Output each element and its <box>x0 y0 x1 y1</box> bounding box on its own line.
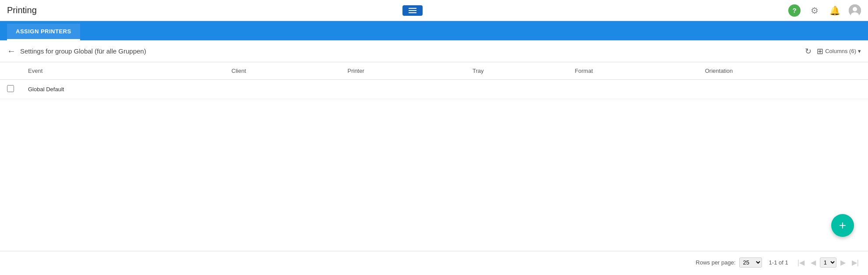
columns-dropdown-icon: ▾ <box>858 48 861 54</box>
back-button[interactable]: ← <box>7 46 16 56</box>
last-page-button[interactable]: ▶| <box>850 257 861 268</box>
menu-line-1 <box>409 8 416 9</box>
sub-header: ← Settings for group Global (für alle Gr… <box>0 40 868 62</box>
header-event: Event <box>21 62 225 80</box>
header-printer: Printer <box>341 62 466 80</box>
header-row: Event Client Printer Tray Format Orienta… <box>0 62 868 80</box>
columns-button[interactable]: ⊞ Columns (6) ▾ <box>817 46 861 56</box>
table-header: Event Client Printer Tray Format Orienta… <box>0 62 868 80</box>
menu-button[interactable] <box>402 5 423 16</box>
sub-header-title: Settings for group Global (für alle Grup… <box>20 47 805 55</box>
row-printer <box>341 80 466 99</box>
table-body: Global Default <box>0 80 868 99</box>
pagination-controls: |◀ ◀ 1 ▶ ▶| <box>795 257 861 268</box>
rows-per-page-label: Rows per page: <box>696 259 736 266</box>
row-checkbox[interactable] <box>7 85 14 92</box>
header-client: Client <box>225 62 341 80</box>
sub-header-actions: ↻ ⊞ Columns (6) ▾ <box>805 46 861 56</box>
page-select[interactable]: 1 <box>820 257 836 268</box>
rows-per-page-container: Rows per page: 25 10 50 100 <box>696 257 762 268</box>
footer-bar: Rows per page: 25 10 50 100 1-1 of 1 |◀ … <box>0 251 868 274</box>
first-page-button[interactable]: |◀ <box>795 257 807 268</box>
menu-line-3 <box>409 12 416 13</box>
refresh-button[interactable]: ↻ <box>805 46 812 56</box>
pagination-info: 1-1 of 1 <box>769 259 788 266</box>
columns-label: Columns (6) <box>825 48 856 54</box>
content-area: ← Settings for group Global (für alle Gr… <box>0 40 868 251</box>
printers-table: Event Client Printer Tray Format Orienta… <box>0 62 868 99</box>
user-avatar[interactable] <box>849 4 861 17</box>
header-tray: Tray <box>466 62 568 80</box>
table-container: Event Client Printer Tray Format Orienta… <box>0 62 868 99</box>
header-checkbox-col <box>0 62 21 80</box>
top-bar: Printing ? ⚙ 🔔 <box>0 0 868 21</box>
table-row: Global Default <box>0 80 868 99</box>
row-format <box>568 80 698 99</box>
app-title: Printing <box>7 5 37 15</box>
columns-grid-icon: ⊞ <box>817 46 823 56</box>
menu-line-2 <box>409 10 416 11</box>
add-fab-button[interactable]: + <box>831 214 854 237</box>
avatar-svg <box>849 4 861 17</box>
header-format: Format <box>568 62 698 80</box>
tab-assign-printers[interactable]: ASSIGN PRINTERS <box>7 24 80 40</box>
row-orientation <box>698 80 868 99</box>
top-bar-icons: ? ⚙ 🔔 <box>788 4 861 17</box>
top-bar-center <box>402 5 423 16</box>
rows-per-page-select[interactable]: 25 10 50 100 <box>739 257 762 268</box>
settings-icon[interactable]: ⚙ <box>808 4 821 17</box>
svg-point-1 <box>853 7 857 11</box>
header-orientation: Orientation <box>698 62 868 80</box>
row-checkbox-cell <box>0 80 21 99</box>
back-arrow-icon: ← <box>7 46 16 56</box>
row-tray <box>466 80 568 99</box>
bell-icon[interactable]: 🔔 <box>829 4 841 17</box>
prev-page-button[interactable]: ◀ <box>808 257 818 268</box>
help-icon[interactable]: ? <box>788 4 801 17</box>
row-event: Global Default <box>21 80 225 99</box>
row-client <box>225 80 341 99</box>
next-page-button[interactable]: ▶ <box>838 257 848 268</box>
tabs-bar: ASSIGN PRINTERS <box>0 21 868 40</box>
